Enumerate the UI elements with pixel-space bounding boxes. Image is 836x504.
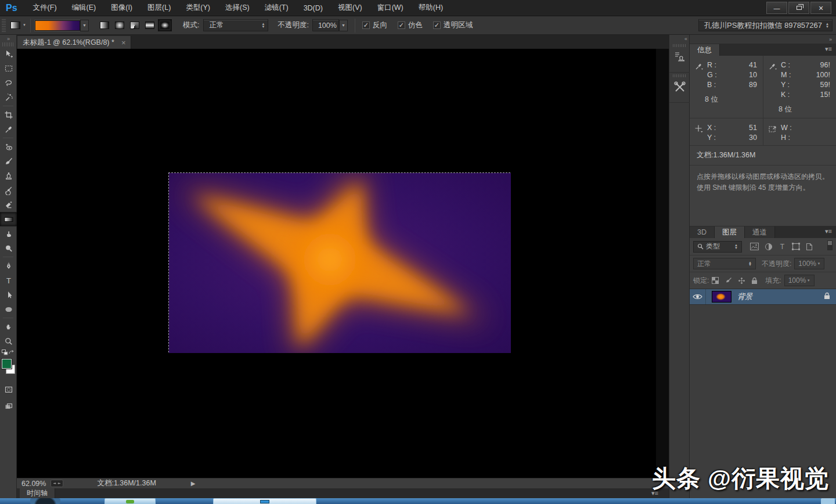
panels-expand-icon[interactable]: » [690, 35, 836, 44]
eyedropper-tool[interactable] [0, 122, 17, 136]
lasso-tool[interactable] [0, 75, 17, 90]
tab-3d[interactable]: 3D [690, 226, 715, 238]
ellipse-tool[interactable] [0, 302, 17, 316]
move-tool[interactable] [0, 46, 17, 61]
opacity-dropdown-arrow[interactable]: ▼ [339, 20, 348, 31]
radial-gradient-button[interactable] [113, 19, 127, 31]
menu-filter[interactable]: 滤镜(T) [257, 0, 296, 16]
crop-tool[interactable] [0, 107, 17, 122]
mode-dropdown[interactable]: 正常 ▲▼ [203, 19, 268, 31]
dither-checkbox[interactable]: ✓ 仿色 [398, 20, 423, 30]
start-orb[interactable] [30, 498, 60, 504]
zoom-tool[interactable] [0, 334, 17, 348]
filter-type-layers-icon[interactable]: T [779, 243, 786, 250]
history-panel-icon [673, 51, 686, 63]
timeline-tab[interactable]: 时间轴 [20, 488, 55, 498]
menu-3d[interactable]: 3D(D) [296, 0, 330, 16]
blend-mode-dropdown[interactable]: 正常 ▲▼ [693, 258, 756, 269]
foreground-color-swatch[interactable] [2, 359, 12, 369]
menu-layer[interactable]: 图层(L) [140, 0, 178, 16]
lock-all-icon[interactable] [751, 277, 758, 285]
gradient-tool[interactable] [0, 212, 17, 226]
red-eye-tool[interactable] [0, 139, 17, 154]
gradient-picker[interactable]: ▼ [35, 20, 89, 31]
tab-channels[interactable]: 通道 [745, 226, 775, 238]
history-panel-button[interactable] [669, 42, 690, 73]
document-tab[interactable]: 未标题-1 @ 62.1%(RGB/8) * × [17, 36, 131, 49]
menu-select[interactable]: 选择(S) [218, 0, 257, 16]
transparency-checkbox[interactable]: ✓ 透明区域 [433, 20, 473, 30]
lock-transparency-icon[interactable] [712, 277, 719, 284]
options-grip[interactable] [2, 19, 6, 32]
swap-colors-icon[interactable] [8, 350, 15, 355]
magic-wand-tool-icon [4, 93, 13, 102]
pen-tool[interactable] [0, 258, 17, 273]
filter-shape-layers-icon[interactable] [792, 243, 800, 250]
layers-opacity-dropdown[interactable]: 100% ▼ [794, 258, 824, 269]
brush-tool[interactable] [0, 154, 17, 168]
status-flyout-icon[interactable]: ▶ [191, 480, 196, 487]
layer-name[interactable]: 背景 [737, 291, 752, 302]
smudge-tool[interactable] [0, 226, 17, 241]
history-brush-tool[interactable] [0, 183, 17, 197]
taskbar-app-1[interactable] [105, 498, 156, 504]
angle-gradient-button[interactable] [128, 19, 142, 31]
preset-combo[interactable]: 孔德川PS教程扣扣微信 897857267 ▲▼ [698, 19, 833, 31]
gradient-preview[interactable] [35, 20, 80, 31]
quick-mask-button[interactable] [0, 382, 17, 397]
diamond-gradient-button[interactable] [158, 19, 172, 31]
filter-smart-objects-icon[interactable] [806, 243, 813, 251]
c-value: 96! [820, 60, 830, 70]
zoom-level[interactable]: 62.09% [21, 480, 46, 488]
menu-image[interactable]: 图像(I) [103, 0, 140, 16]
dock-collapse-icon[interactable]: « [669, 35, 689, 42]
layer-thumbnail[interactable] [712, 291, 732, 303]
taskbar-app-2[interactable] [213, 498, 316, 504]
linear-gradient-button[interactable] [98, 19, 111, 31]
default-colors-icon[interactable] [2, 350, 8, 355]
layers-panel-menu-icon[interactable]: ▾≡ [825, 228, 832, 235]
screen-mode-button[interactable] [0, 399, 17, 413]
filter-toggle-switch[interactable] [827, 240, 833, 253]
marquee-tool[interactable] [0, 61, 17, 75]
menu-window[interactable]: 窗口(W) [370, 0, 411, 16]
type-tool[interactable]: T [0, 273, 17, 287]
menu-type[interactable]: 类型(Y) [178, 0, 218, 16]
close-button[interactable]: × [810, 2, 831, 14]
layer-filter-dropdown[interactable]: 类型 ▲▼ [693, 241, 742, 253]
layer-visibility-toggle[interactable] [690, 289, 706, 304]
reflected-gradient-button[interactable] [143, 19, 157, 31]
tab-close-icon[interactable]: × [121, 38, 126, 47]
clone-stamp-tool[interactable] [0, 168, 17, 183]
path-selection-tool[interactable] [0, 287, 17, 302]
menu-file[interactable]: 文件(F) [26, 0, 64, 16]
lock-pixels-icon[interactable] [725, 277, 732, 285]
menu-edit[interactable]: 编辑(E) [64, 0, 104, 16]
tool-presets-panel-button[interactable] [669, 73, 690, 103]
tab-layers[interactable]: 图层 [715, 226, 745, 238]
magic-wand-tool[interactable] [0, 90, 17, 105]
layer-row-background[interactable]: 背景 [690, 289, 836, 305]
reverse-checkbox[interactable]: ✓ 反向 [362, 20, 387, 30]
opacity-field[interactable]: 100% [312, 19, 339, 31]
filter-adjustment-layers-icon[interactable] [765, 243, 773, 251]
toolbar-expand-icon[interactable]: » [0, 35, 16, 42]
restore-button[interactable] [788, 2, 809, 14]
menu-view[interactable]: 视图(V) [330, 0, 370, 16]
info-panel-menu-icon[interactable]: ▾≡ [825, 45, 832, 53]
magic-eraser-tool[interactable] [0, 197, 17, 212]
taskbar-systray[interactable] [821, 498, 835, 504]
toolbar-grip[interactable] [2, 42, 14, 46]
menu-help[interactable]: 帮助(H) [411, 0, 451, 16]
hand-tool[interactable] [0, 319, 17, 334]
gradient-picker-arrow[interactable]: ▼ [80, 20, 89, 31]
tab-info[interactable]: 信息 [690, 44, 720, 56]
minimize-button[interactable]: — [766, 2, 787, 14]
lock-position-icon[interactable] [738, 277, 745, 285]
canvas-document[interactable] [168, 172, 510, 352]
dodge-tool[interactable] [0, 241, 17, 255]
fill-dropdown[interactable]: 100% ▼ [784, 275, 815, 286]
tool-preset-picker[interactable]: ▼ [10, 21, 26, 29]
filter-pixel-layers-icon[interactable] [750, 243, 759, 250]
canvas-workspace[interactable] [17, 49, 656, 478]
